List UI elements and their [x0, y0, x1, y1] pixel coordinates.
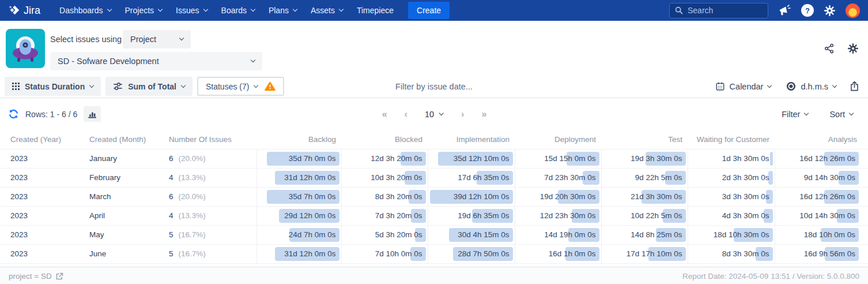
- duration-value: 12d 3h 20m 0s: [371, 150, 422, 168]
- report-type-select[interactable]: Status Duration: [5, 77, 101, 96]
- sort-button[interactable]: Sort: [829, 110, 853, 119]
- time-format-select[interactable]: d.h.m.s: [786, 81, 836, 91]
- table-row: 2023April4(13.3%)29d 12h 0m 0s7d 3h 20m …: [0, 206, 868, 225]
- page-size-select[interactable]: 10: [425, 110, 443, 119]
- nav-item-timepiece[interactable]: Timepiece: [350, 2, 400, 18]
- warning-icon: [265, 81, 276, 91]
- aggregation-select[interactable]: Sum of Total: [105, 77, 193, 96]
- cell-duration-test: 21d 3h 30m 0s: [601, 187, 688, 206]
- cell-duration-implementation: 35d 12h 10m 0s: [428, 149, 515, 168]
- first-page-button[interactable]: «: [382, 109, 387, 119]
- duration-value: 19d 3h 30m 0s: [631, 150, 682, 168]
- brand-text: Jira: [24, 5, 40, 17]
- nav-item-issues[interactable]: Issues: [169, 2, 213, 18]
- duration-value: 16d 1h 0m 0s: [549, 245, 596, 263]
- duration-value: 9d 22h 5m 0s: [635, 169, 682, 187]
- nav-item-label: Projects: [125, 6, 154, 15]
- column-header-created-month: Created (Month): [79, 130, 158, 149]
- nav-item-projects[interactable]: Projects: [119, 2, 169, 18]
- cell-created-year: 2023: [0, 168, 79, 187]
- column-header-analysis: Analysis: [775, 130, 868, 149]
- nav-item-plans[interactable]: Plans: [262, 2, 303, 18]
- last-page-button[interactable]: »: [481, 109, 486, 119]
- issue-source-select[interactable]: Project: [123, 30, 191, 48]
- cell-duration-analysis: 16d 9h 56m 0s: [775, 244, 868, 263]
- jira-logo[interactable]: Jira: [8, 5, 40, 17]
- filter-label: Filter: [782, 110, 800, 119]
- nav-item-dashboards[interactable]: Dashboards: [53, 2, 118, 18]
- previous-page-button[interactable]: ‹: [405, 109, 407, 119]
- external-link-icon[interactable]: [56, 272, 63, 280]
- share-button[interactable]: [824, 43, 835, 54]
- duration-value: 35d 12h 10m 0s: [454, 150, 510, 168]
- duration-value: 7d 3h 20m 0s: [375, 207, 422, 225]
- cell-duration-waiting-for-customer: 4d 3h 30m 0s: [688, 206, 775, 225]
- issue-percentage: (13.3%): [179, 211, 206, 220]
- create-button[interactable]: Create: [408, 2, 450, 19]
- search-icon: [675, 6, 683, 14]
- cell-duration-deployment: 15d 15h 0m 0s: [515, 149, 601, 168]
- eye-target-icon: [786, 81, 796, 91]
- refresh-button[interactable]: [8, 109, 19, 119]
- top-navbar: Jira DashboardsProjectsIssuesBoardsPlans…: [0, 0, 868, 21]
- search-input[interactable]: [688, 6, 760, 15]
- duration-value: 14d 8h 25m 0s: [631, 226, 682, 244]
- duration-value: 24d 7h 0m 0s: [289, 226, 336, 244]
- announcements-button[interactable]: [778, 5, 791, 17]
- next-page-button[interactable]: ›: [461, 109, 463, 119]
- export-button[interactable]: [849, 81, 860, 92]
- issue-percentage: (20.0%): [179, 154, 206, 163]
- calendar-select[interactable]: Calendar: [715, 81, 772, 91]
- nav-item-boards[interactable]: Boards: [215, 2, 261, 18]
- cell-duration-backlog: 31d 12h 0m 0s: [256, 244, 341, 263]
- project-select[interactable]: SD - Sofware Development: [50, 52, 262, 70]
- cell-duration-test: 17d 17h 10m 0s: [601, 244, 688, 263]
- duration-value: 2d 3h 30m 0s: [722, 169, 769, 187]
- cell-duration-backlog: 31d 12h 0m 0s: [256, 168, 341, 187]
- cell-number-of-issues: 5(16.7%): [158, 244, 256, 263]
- help-button[interactable]: ?: [801, 4, 814, 17]
- cell-duration-implementation: 30d 4h 15m 0s: [428, 225, 515, 244]
- settings-button[interactable]: [824, 5, 836, 17]
- column-header-created-year: Created (Year): [0, 130, 79, 149]
- pagination-controls: « ‹ 10 › »: [382, 109, 486, 119]
- cell-duration-waiting-for-customer: 18d 10h 30m 0s: [688, 225, 775, 244]
- nav-item-label: Dashboards: [59, 6, 103, 15]
- jql-query-text: project = SD: [9, 272, 52, 281]
- duration-value: 31d 12h 0m 0s: [284, 245, 335, 263]
- cell-duration-implementation: 17d 6h 35m 0s: [428, 168, 515, 187]
- cell-duration-blocked: 7d 3h 20m 0s: [341, 206, 428, 225]
- cell-duration-deployment: 12d 23h 30m 0s: [515, 206, 601, 225]
- chevron-down-icon: [832, 83, 837, 87]
- filter-button[interactable]: Filter: [782, 110, 808, 119]
- nav-item-label: Plans: [269, 6, 289, 15]
- column-header-implementation: Implementation: [428, 130, 515, 149]
- user-avatar[interactable]: [846, 3, 860, 18]
- nav-item-assets[interactable]: Assets: [304, 2, 349, 18]
- duration-value: 9d 14h 30m 0s: [804, 169, 855, 187]
- chevron-down-icon: [107, 7, 111, 12]
- report-type-value: Status Duration: [25, 82, 85, 91]
- issue-percentage: (20.0%): [179, 192, 206, 201]
- cell-created-year: 2023: [0, 225, 79, 244]
- duration-value: 5d 3h 20m 0s: [375, 226, 422, 244]
- gear-icon: [847, 43, 859, 54]
- table-row: 2023May5(16.7%)24d 7h 0m 0s5d 3h 20m 0s3…: [0, 225, 868, 244]
- cell-duration-backlog: 24d 7h 0m 0s: [256, 225, 341, 244]
- cell-duration-waiting-for-customer: 8d 3h 30m 0s: [688, 244, 775, 263]
- cell-number-of-issues: 6(20.0%): [158, 187, 256, 206]
- cell-duration-blocked: 5d 3h 20m 0s: [341, 225, 428, 244]
- issue-percentage: (16.7%): [179, 230, 206, 239]
- chart-view-button[interactable]: [84, 106, 101, 122]
- statuses-select[interactable]: Statuses (7): [197, 77, 284, 96]
- app-settings-button[interactable]: [847, 43, 859, 54]
- cell-duration-deployment: 19d 20h 30m 0s: [515, 187, 601, 206]
- cell-duration-analysis: 9d 14h 30m 0s: [775, 168, 868, 187]
- issue-date-filter[interactable]: Filter by issue date...: [395, 82, 473, 91]
- issue-count: 4: [169, 173, 173, 182]
- chevron-down-icon: [181, 83, 186, 87]
- question-mark-icon: ?: [805, 6, 810, 15]
- chevron-down-icon: [251, 58, 255, 62]
- column-header-waiting-for-customer: Waiting for Customer: [688, 130, 775, 149]
- global-search[interactable]: [669, 3, 768, 18]
